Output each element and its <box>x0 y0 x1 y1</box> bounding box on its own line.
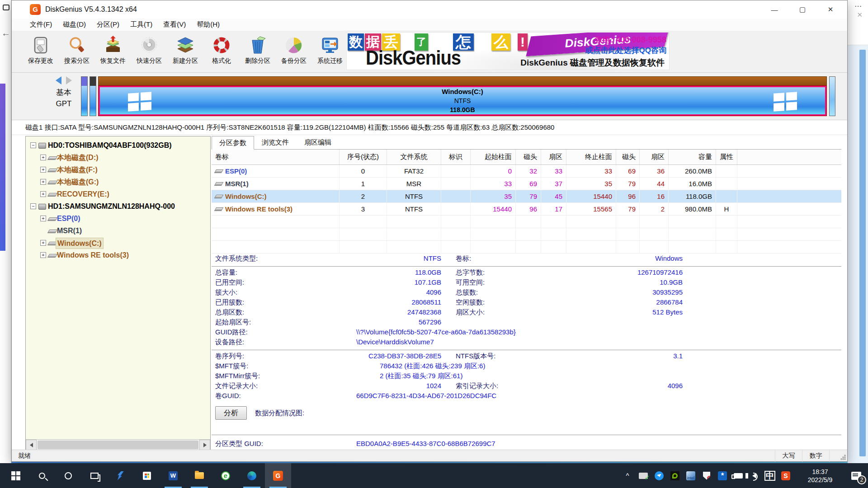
expand-icon[interactable]: + <box>40 216 46 221</box>
toolbar-button-quick-partition[interactable]: 快速分区 <box>131 33 167 71</box>
resize-grip[interactable] <box>840 455 846 460</box>
expand-icon[interactable]: + <box>40 179 46 185</box>
column-header-4[interactable]: 起始柱面 <box>471 150 516 164</box>
toolbar-button-search-partition[interactable]: 搜索分区 <box>59 33 95 71</box>
taskbar-cortana-button[interactable] <box>55 463 81 488</box>
backup-partition-icon <box>283 35 304 56</box>
expand-icon[interactable]: + <box>40 240 46 246</box>
taskbar-clock[interactable]: 18:37 2022/5/9 <box>799 468 841 484</box>
column-header-0[interactable]: 卷标 <box>212 150 340 164</box>
taskbar-task-view-button[interactable] <box>81 463 108 488</box>
menu-item-3[interactable]: 分区(P) <box>91 19 125 30</box>
column-header-3[interactable]: 标识 <box>441 150 471 164</box>
tree-item-recovery-e-[interactable]: +RECOVERY(E:) <box>26 188 210 200</box>
column-header-7[interactable]: 终止柱面 <box>566 150 616 164</box>
minimize-button[interactable]: — <box>760 0 788 19</box>
menu-item-5[interactable]: 查看(V) <box>158 19 191 30</box>
expand-icon[interactable]: + <box>40 252 46 258</box>
toolbar-button-new-partition[interactable]: 新建分区 <box>167 33 203 71</box>
map-partition-windows-c[interactable]: Windows(C:) NTFS 118.0GB <box>98 76 827 116</box>
tree-item-hd1-samsungmznln128hahq-000[interactable]: −HD1:SAMSUNGMZNLN128HAHQ-000 <box>26 200 210 212</box>
taskbar-diskgenius-button[interactable]: G <box>265 463 291 488</box>
analyze-button[interactable]: 分析 <box>215 406 247 420</box>
volume-icon[interactable] <box>748 470 760 482</box>
power-icon[interactable] <box>732 470 744 482</box>
overflow-menu-icon[interactable]: ⋯ <box>854 2 862 10</box>
menu-item-2[interactable]: 磁盘(D) <box>57 19 91 30</box>
table-row-msr-1-[interactable]: MSR(1)1MSR33693735794416.0MB <box>212 178 841 190</box>
table-row-windows-re-tools-3-[interactable]: Windows RE tools(3)3NTFS1544096171556579… <box>212 203 841 216</box>
taskbar-flash-app-button[interactable] <box>108 463 134 488</box>
tree-item--f-[interactable]: +本地磁盘(F:) <box>26 164 210 176</box>
collapse-icon[interactable]: − <box>30 142 36 148</box>
ime-zh-icon[interactable]: 中 <box>764 470 776 482</box>
background-scrollbar[interactable] <box>859 50 866 456</box>
tab-浏览文件[interactable]: 浏览文件 <box>254 136 297 149</box>
map-partition-re-tools[interactable] <box>829 76 835 116</box>
status-bar: 就绪 大写 数字 <box>12 450 847 461</box>
column-header-10[interactable]: 容量 <box>669 150 716 164</box>
dingtalk-icon[interactable] <box>653 470 665 482</box>
back-arrow-icon[interactable]: ← <box>1 28 10 38</box>
maximize-button[interactable]: ▢ <box>788 0 816 19</box>
tree-item-msr-1-[interactable]: MSR(1) <box>26 225 210 237</box>
promo-banner[interactable]: 数据丢了怎么! DiskGenius DiskGenius 致电: 400-00… <box>346 32 670 70</box>
taskbar-word-button[interactable]: W <box>160 463 186 488</box>
tree-horizontal-scrollbar[interactable] <box>26 439 210 450</box>
map-partition-esp[interactable] <box>81 76 88 116</box>
table-row-esp-0-[interactable]: ESP(0)0FAT3203233336936260.0MB <box>212 165 841 178</box>
menu-item-4[interactable]: 工具(T) <box>125 19 158 30</box>
table-row-windows-c-[interactable]: Windows(C:)2NTFS357945154409616118.0GB <box>212 190 841 203</box>
tree-item-hd0-toshibamq04abf100-932gb-[interactable]: −HD0:TOSHIBAMQ04ABF100(932GB) <box>26 139 210 151</box>
map-next-disk-arrow-icon[interactable] <box>66 76 72 84</box>
printer-check-icon[interactable] <box>637 470 649 482</box>
menu-item-6[interactable]: 帮助(H) <box>191 19 225 30</box>
banner-qq-link[interactable]: 或点击此处选择QQ咨询 <box>585 45 666 56</box>
snowflake-icon[interactable]: * <box>717 470 728 482</box>
tree-item--g-[interactable]: +本地磁盘(G:) <box>26 176 210 188</box>
toolbar-button-system-migrate[interactable]: 系统迁移 <box>312 33 348 71</box>
column-header-5[interactable]: 磁头 <box>516 150 541 164</box>
column-header-2[interactable]: 文件系统 <box>387 150 441 164</box>
intel-graphics-icon[interactable]: intel <box>685 470 697 482</box>
taskbar-edge-button[interactable] <box>239 463 265 488</box>
toolbar-button-recover-files[interactable]: 恢复文件 <box>95 33 131 71</box>
column-header-9[interactable]: 扇区 <box>640 150 669 164</box>
close-button[interactable]: ✕ <box>816 0 844 19</box>
scroll-left-arrow-icon[interactable] <box>26 440 37 450</box>
tree-item-windows-re-tools-3-[interactable]: +Windows RE tools(3) <box>26 249 210 261</box>
expand-icon[interactable]: + <box>40 155 46 160</box>
taskbar-start-button[interactable] <box>3 463 29 488</box>
tree-item--d-[interactable]: +本地磁盘(D:) <box>26 151 210 164</box>
taskbar-store-button[interactable] <box>134 463 160 488</box>
defender-alert-icon[interactable] <box>701 470 712 482</box>
taskbar-file-explorer-button[interactable] <box>186 463 212 488</box>
toolbar-button-delete-partition[interactable]: 删除分区 <box>240 33 276 71</box>
partition-detail-panel: 分区参数浏览文件扇区编辑 卷标序号(状态)文件系统标识起始柱面磁头扇区终止柱面磁… <box>212 136 841 450</box>
expand-icon[interactable]: + <box>40 191 46 197</box>
tree-item-windows-c-[interactable]: +Windows(C:) <box>26 237 210 249</box>
toolbar-button-save[interactable]: 保存更改 <box>23 33 59 71</box>
scrollbar-thumb[interactable] <box>38 441 198 449</box>
chevron-up-icon[interactable]: ^ <box>622 470 633 482</box>
sogou-icon[interactable]: S <box>780 470 792 482</box>
column-header-6[interactable]: 扇区 <box>541 150 566 164</box>
toolbar-button-backup-partition[interactable]: 备份分区 <box>276 33 312 71</box>
menu-item-1[interactable]: 文件(F) <box>24 19 57 30</box>
expand-icon[interactable]: + <box>40 167 46 173</box>
nvidia-icon[interactable] <box>669 470 681 482</box>
map-prev-disk-arrow-icon[interactable] <box>56 76 61 84</box>
taskbar-ie-browser-button[interactable]: e <box>212 463 239 488</box>
column-header-11[interactable]: 属性 <box>716 150 737 164</box>
scroll-right-arrow-icon[interactable] <box>199 440 210 450</box>
tab-扇区编辑[interactable]: 扇区编辑 <box>297 136 339 149</box>
toolbar-button-format[interactable]: 格式化 <box>203 33 240 71</box>
column-header-8[interactable]: 磁头 <box>616 150 640 164</box>
column-header-1[interactable]: 序号(状态) <box>340 150 387 164</box>
taskbar-search-button[interactable] <box>29 463 55 488</box>
action-center-button[interactable]: 2 <box>844 463 868 488</box>
tree-item-esp-0-[interactable]: +ESP(0) <box>26 212 210 225</box>
map-partition-msr[interactable] <box>90 76 96 116</box>
tab-分区参数[interactable]: 分区参数 <box>212 136 254 150</box>
collapse-icon[interactable]: − <box>30 203 36 209</box>
